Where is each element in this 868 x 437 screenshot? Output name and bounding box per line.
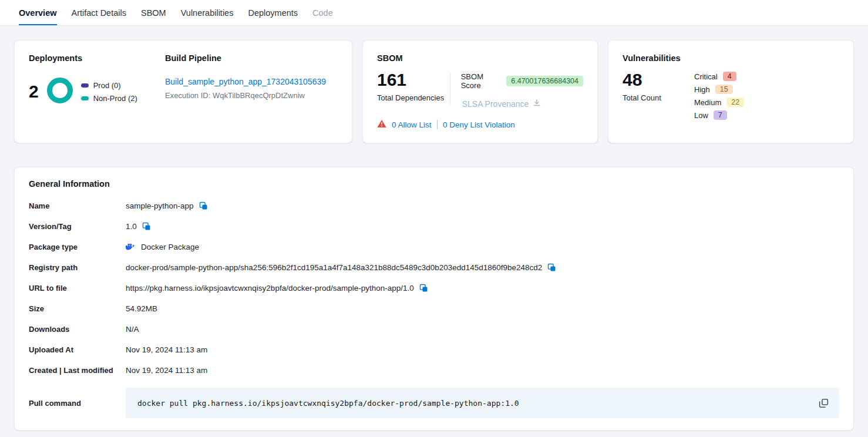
info-value: Docker Package: [126, 243, 199, 252]
pull-command-row: Pull command docker pull pkg.harness.io/…: [29, 388, 839, 418]
tab-sbom[interactable]: SBOM: [141, 0, 166, 25]
info-label: Registry path: [29, 263, 126, 272]
policy-violations-row: 0 Allow List 0 Deny List Violation: [377, 119, 583, 130]
severity-row-critical: Critical 4: [694, 72, 744, 81]
allow-list-link[interactable]: 0 Allow List: [392, 120, 432, 129]
copy-icon[interactable]: [819, 398, 829, 408]
tab-overview[interactable]: Overview: [19, 0, 57, 25]
info-label: Size: [29, 304, 126, 313]
info-row-size: Size 54.92MB: [29, 298, 839, 319]
info-value-text: Docker Package: [141, 243, 199, 251]
severity-row-medium: Medium 22: [694, 98, 744, 107]
vertical-divider: [450, 72, 450, 106]
info-row-url-to-file: URL to file https://pkg.harness.io/ikpsj…: [29, 278, 839, 298]
pipeline-link[interactable]: Build_sample_python_app_1732043105639: [165, 77, 326, 86]
pull-command-text: docker pull pkg.harness.io/ikpsjoavtcwxn…: [137, 399, 519, 408]
sbom-score-block: SBOM Score 6.470017636684304 SLSA Proven…: [461, 71, 583, 109]
copy-icon[interactable]: [547, 263, 556, 272]
severity-count-badge: 15: [715, 85, 733, 94]
info-label: Downloads: [29, 325, 126, 334]
info-value-text: Nov 19, 2024 11:13 am: [126, 345, 207, 354]
nonprod-legend-dot: [81, 96, 89, 100]
severity-label: Medium: [694, 98, 721, 107]
slsa-provenance-row: SLSA Provenance: [462, 99, 583, 109]
deny-list-link[interactable]: 0 Deny List Violation: [443, 120, 515, 129]
info-label: URL to file: [29, 284, 126, 293]
info-value-text: 54.92MB: [126, 304, 157, 313]
tab-vulnerabilities[interactable]: Vulnerabilities: [181, 0, 234, 25]
download-icon[interactable]: [533, 99, 541, 109]
info-value-text: docker-prod/sample-python-app/sha256:596…: [126, 263, 542, 272]
info-value-text: sample-python-app: [126, 201, 194, 210]
sbom-score-label: SBOM Score: [461, 72, 502, 90]
severity-label: High: [694, 85, 710, 94]
prod-legend-dot: [81, 83, 89, 88]
info-value: 54.92MB: [126, 304, 157, 313]
general-information-card: General Information Name sample-python-a…: [14, 167, 854, 431]
severity-label: Low: [694, 111, 708, 120]
info-row-registry-path: Registry path docker-prod/sample-python-…: [29, 257, 839, 278]
docker-whale-icon: [126, 243, 136, 252]
copy-icon[interactable]: [199, 201, 208, 210]
info-value-text: https://pkg.harness.io/ikpsjoavtcwxnqisy…: [126, 284, 414, 293]
deployments-stats: 2 Prod (0) Non-Prod (2): [29, 77, 165, 106]
vulnerabilities-card: Vulnerabilities 48 Total Count Critical …: [608, 40, 854, 143]
pull-command-label: Pull command: [29, 399, 126, 408]
severity-row-high: High 15: [694, 85, 744, 94]
sbom-count: 161: [377, 70, 406, 89]
sbom-title: SBOM: [377, 53, 583, 63]
info-value: Nov 19, 2024 11:13 am: [126, 345, 207, 354]
severity-count-badge: 7: [714, 110, 727, 120]
vulnerabilities-count-label: Total Count: [623, 93, 694, 102]
sbom-score-row: SBOM Score 6.470017636684304: [461, 72, 583, 90]
severity-label: Critical: [694, 72, 718, 81]
info-value: sample-python-app: [126, 201, 208, 210]
deployments-count: 2: [29, 83, 39, 100]
summary-cards-row: Deployments 2 Prod (0) Non-Prod (2): [0, 26, 868, 143]
info-value: Nov 19, 2024 11:13 am: [126, 366, 207, 375]
info-value: https://pkg.harness.io/ikpsjoavtcwxnqisy…: [126, 284, 428, 293]
copy-icon[interactable]: [142, 222, 151, 231]
info-value-text: Nov 19, 2024 11:13 am: [126, 366, 207, 375]
pull-command-block: docker pull pkg.harness.io/ikpsjoavtcwxn…: [126, 388, 839, 418]
info-row-downloads: Downloads N/A: [29, 319, 839, 339]
vulnerabilities-count: 48: [623, 70, 642, 89]
vulnerabilities-count-block: 48 Total Count: [623, 71, 694, 120]
sbom-main: 161 Total Dependencies SBOM Score 6.4700…: [377, 71, 583, 109]
execution-id: Execution ID: WqkTilbBRqecQrpDtZwniw: [165, 91, 326, 100]
deployments-card: Deployments 2 Prod (0) Non-Prod (2): [14, 40, 352, 143]
warning-triangle-icon: [377, 119, 386, 130]
deployments-donut-chart: [46, 77, 73, 106]
info-value: docker-prod/sample-python-app/sha256:596…: [126, 263, 556, 272]
severity-list: Critical 4 High 15 Medium 22 Low 7: [694, 71, 744, 120]
tab-artifact-details[interactable]: Artifact Details: [72, 0, 126, 25]
info-label: Uploaded At: [29, 345, 126, 354]
nonprod-legend-label: Non-Prod (2): [93, 94, 137, 103]
vulnerabilities-title: Vulnerabilities: [623, 53, 839, 63]
build-pipeline-title: Build Pipeline: [165, 53, 326, 63]
info-value-text: N/A: [126, 325, 139, 334]
severity-count-badge: 4: [723, 72, 736, 81]
copy-icon[interactable]: [419, 284, 428, 293]
pipe-divider: [437, 120, 438, 129]
info-label: Version/Tag: [29, 222, 126, 231]
tab-deployments[interactable]: Deployments: [248, 0, 298, 25]
general-information-grid: Name sample-python-app Version/Tag 1.0 P…: [29, 196, 839, 381]
severity-count-badge: 22: [726, 98, 744, 107]
info-label: Created | Last modified: [29, 366, 126, 375]
deployments-legend: Prod (0) Non-Prod (2): [81, 81, 137, 103]
slsa-provenance-link[interactable]: SLSA Provenance: [462, 99, 529, 109]
sbom-count-label: Total Dependencies: [377, 93, 450, 102]
legend-item-nonprod: Non-Prod (2): [81, 94, 137, 103]
sbom-score-badge: 6.470017636684304: [506, 76, 583, 86]
info-value: N/A: [126, 325, 139, 334]
info-row-name: Name sample-python-app: [29, 196, 839, 216]
tab-bar: Overview Artifact Details SBOM Vulnerabi…: [0, 0, 868, 26]
sbom-count-block: 161 Total Dependencies: [377, 71, 450, 109]
info-row-version-tag: Version/Tag 1.0: [29, 216, 839, 237]
info-value-text: 1.0: [126, 222, 137, 231]
info-value: 1.0: [126, 222, 151, 231]
info-label: Package type: [29, 243, 126, 251]
deployments-title: Deployments: [29, 53, 165, 63]
tab-code: Code: [312, 0, 333, 25]
